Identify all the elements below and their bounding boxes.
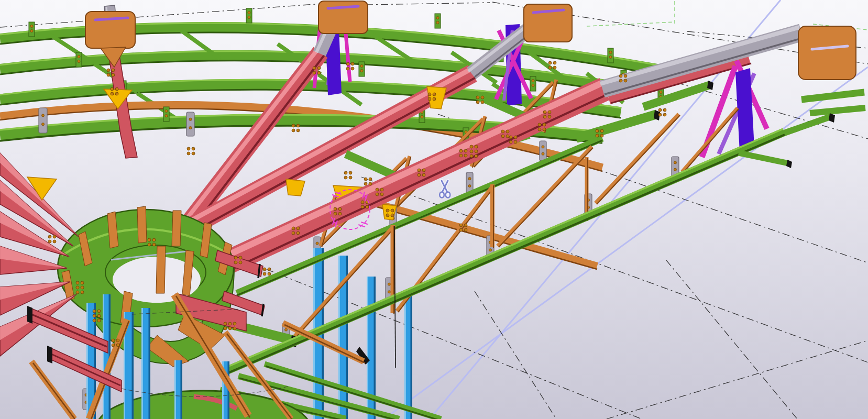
- splice-plate[interactable]: [39, 108, 47, 133]
- purlin-stub-post[interactable]: [435, 14, 441, 28]
- splice-plate[interactable]: [186, 112, 194, 136]
- purlin-stub-post[interactable]: [246, 8, 252, 23]
- purlin-stub-post[interactable]: [530, 76, 536, 91]
- purlin-stub-post[interactable]: [29, 22, 35, 37]
- purlin-stub-post[interactable]: [359, 62, 365, 76]
- end-plate[interactable]: [798, 26, 856, 80]
- model-viewport[interactable]: [0, 0, 868, 419]
- column-blue[interactable]: [404, 294, 412, 419]
- column-blue[interactable]: [141, 308, 150, 419]
- purlin-stub-post[interactable]: [76, 52, 82, 67]
- column-blue[interactable]: [103, 294, 111, 419]
- purlin-stub-post[interactable]: [163, 107, 169, 122]
- splice-plate[interactable]: [540, 141, 546, 161]
- end-plate[interactable]: [318, 1, 368, 34]
- purlin-stub-post[interactable]: [608, 48, 613, 63]
- model-canvas[interactable]: [0, 0, 868, 419]
- column-blue[interactable]: [174, 360, 182, 419]
